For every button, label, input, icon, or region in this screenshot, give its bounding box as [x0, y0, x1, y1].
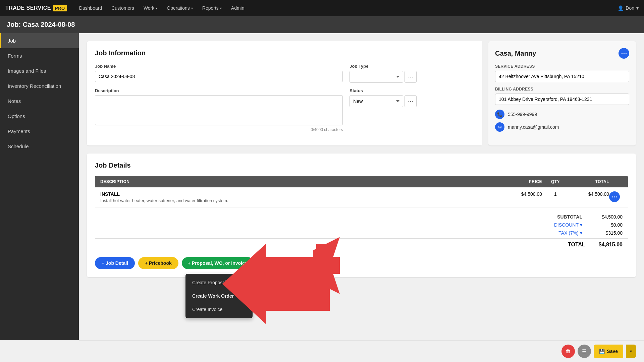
job-type-select[interactable]: [350, 71, 403, 83]
proposal-btn-group: + Proposal, WO, or Invoice ▾: [182, 257, 264, 269]
billing-address-select[interactable]: 101 Abbey Drive Royersford, PA 19468-123…: [495, 94, 629, 105]
total-value: $4,815.00: [599, 242, 623, 248]
service-address-label: Service Address: [495, 64, 629, 69]
sidebar-item-notes[interactable]: Notes: [0, 94, 79, 109]
email-address: manny.casa@gmail.com: [508, 124, 559, 130]
col-description: DESCRIPTION: [100, 179, 508, 184]
nav-links: Dashboard Customers Work ▾ Operations ▾ …: [75, 3, 610, 13]
job-name-label: Job Name: [95, 64, 343, 69]
trash-icon: 🗑: [566, 348, 571, 354]
sidebar-item-payments[interactable]: Payments: [0, 124, 79, 139]
footer: 🗑 ☰ 💾 Save ▾: [0, 340, 644, 362]
footer-list-button[interactable]: ☰: [578, 345, 591, 358]
job-name-type-row: Job Name Job Type ⋯: [95, 64, 474, 83]
tax-chevron: ▾: [580, 230, 582, 236]
sidebar-item-images[interactable]: Images and Files: [0, 63, 79, 78]
job-type-select-group: ⋯: [350, 71, 474, 83]
proposal-button[interactable]: + Proposal, WO, or Invoice: [182, 257, 254, 269]
description-status-row: Description 0/4000 characters Status New…: [95, 88, 474, 132]
table-row: INSTALL Install hot water heater, water …: [95, 187, 628, 207]
row-description-cell: INSTALL Install hot water heater, water …: [100, 191, 508, 203]
service-address-wrap: 42 Beltzhoover Ave Pittsburgh, PA 15210: [495, 71, 629, 82]
subtotal-row: SUBTOTAL $4,500.00: [95, 213, 628, 221]
dropdown-create-proposal[interactable]: Create Proposal: [185, 276, 253, 289]
nav-work[interactable]: Work ▾: [140, 3, 161, 13]
sidebar-item-forms[interactable]: Forms: [0, 48, 79, 63]
discount-chevron: ▾: [580, 222, 582, 228]
nav-reports[interactable]: Reports ▾: [198, 3, 226, 13]
customer-panel-header: Casa, Manny ⋯: [495, 48, 629, 59]
save-icon: 💾: [599, 349, 605, 354]
col-price: PRICE: [508, 179, 542, 184]
job-title: Job: Casa 2024-08-08: [7, 21, 75, 28]
row-total: $4,500.00: [569, 191, 609, 197]
list-icon: ☰: [582, 348, 587, 355]
char-count: 0/4000 characters: [95, 127, 343, 132]
billing-address-label: Billing Address: [495, 87, 629, 92]
footer-save-button[interactable]: 💾 Save: [594, 345, 623, 358]
row-description: Install hot water heater, water softener…: [100, 198, 508, 203]
logo-text: TRADE SERVICE: [5, 5, 51, 11]
phone-contact: 📞 555-999-9999: [495, 110, 629, 119]
row-title: INSTALL: [100, 191, 508, 197]
total-label: TOTAL: [568, 242, 585, 248]
tax-value: $315.00: [596, 230, 623, 236]
user-name: Don: [626, 5, 634, 11]
nav-user[interactable]: 👤 Don ▾: [618, 5, 639, 11]
sidebar-item-job[interactable]: Job: [0, 33, 79, 48]
tax-row: TAX (7%) ▾ $315.00: [95, 229, 628, 237]
job-type-more-button[interactable]: ⋯: [405, 71, 417, 83]
content-area: Job Information Job Name Job Type ⋯: [79, 33, 644, 362]
user-icon: 👤: [618, 5, 624, 11]
status-select-group: New ⋯: [350, 95, 474, 107]
nav-customers[interactable]: Customers: [107, 3, 138, 13]
nav-dashboard[interactable]: Dashboard: [75, 3, 106, 13]
proposal-caret-button[interactable]: ▾: [254, 257, 264, 269]
service-address-section: Service Address 42 Beltzhoover Ave Pitts…: [495, 64, 629, 82]
status-more-button[interactable]: ⋯: [405, 95, 417, 107]
status-group: Status New ⋯: [350, 88, 474, 132]
table-header: DESCRIPTION PRICE QTY TOTAL: [95, 176, 628, 187]
email-icon: ✉: [495, 122, 504, 132]
row-more-button[interactable]: ⋯: [609, 191, 620, 202]
dropdown-create-work-order[interactable]: Create Work Order: [185, 289, 253, 303]
sidebar-item-schedule[interactable]: Schedule: [0, 139, 79, 154]
description-group: Description 0/4000 characters: [95, 88, 343, 132]
subtotal-label: SUBTOTAL: [557, 214, 582, 220]
nav-admin[interactable]: Admin: [227, 3, 249, 13]
job-information-title: Job Information: [95, 49, 474, 57]
row-price: $4,500.00: [508, 191, 542, 197]
row-qty: 1: [542, 191, 569, 197]
dropdown-create-invoice[interactable]: Create Invoice: [185, 303, 253, 316]
job-detail-button[interactable]: + Job Detail: [95, 257, 135, 269]
total-row: TOTAL $4,815.00: [95, 238, 628, 250]
nav-operations[interactable]: Operations ▾: [163, 3, 197, 13]
sidebar-item-inventory[interactable]: Inventory Reconciliation: [0, 78, 79, 94]
customer-more-button[interactable]: ⋯: [619, 48, 629, 59]
status-select[interactable]: New: [350, 95, 403, 107]
nav-reports-chevron: ▾: [220, 6, 222, 10]
pricebook-button[interactable]: + Pricebook: [138, 257, 178, 269]
billing-address-section: Billing Address 101 Abbey Drive Royersfo…: [495, 87, 629, 105]
description-textarea[interactable]: [95, 95, 343, 125]
sidebar-item-options[interactable]: Options: [0, 109, 79, 124]
dropdown-menu: Create Proposal Create Work Order Create…: [185, 274, 253, 318]
email-contact: ✉ manny.casa@gmail.com: [495, 122, 629, 132]
job-name-input[interactable]: [95, 71, 343, 82]
job-type-label: Job Type: [350, 64, 474, 69]
job-title-bar: Job: Casa 2024-08-08: [0, 16, 644, 33]
nav-operations-chevron: ▾: [191, 6, 193, 10]
service-address-select[interactable]: 42 Beltzhoover Ave Pittsburgh, PA 15210: [495, 71, 629, 82]
save-caret-icon: ▾: [630, 349, 632, 354]
action-buttons: + Job Detail + Pricebook + Proposal, WO,…: [95, 257, 628, 269]
user-chevron: ▾: [636, 5, 639, 11]
row-more-actions: ⋯: [609, 191, 623, 202]
top-nav: TRADE SERVICE PRO Dashboard Customers Wo…: [0, 0, 644, 16]
tax-label[interactable]: TAX (7%) ▾: [558, 230, 582, 236]
discount-label[interactable]: DISCOUNT ▾: [554, 222, 582, 228]
col-total: TOTAL: [569, 179, 609, 184]
logo-badge: PRO: [53, 5, 67, 11]
customer-panel: Casa, Manny ⋯ Service Address 42 Beltzho…: [488, 41, 636, 145]
footer-save-caret-button[interactable]: ▾: [626, 345, 636, 358]
footer-delete-button[interactable]: 🗑: [561, 345, 575, 358]
